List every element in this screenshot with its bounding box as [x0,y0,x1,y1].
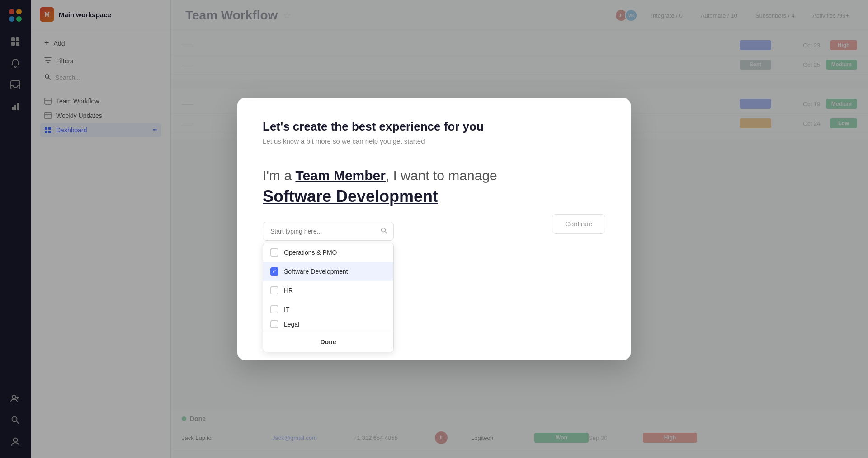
domain-highlight: Software Development [263,186,605,207]
checkbox-legal[interactable] [270,320,278,328]
modal: Let's create the best experience for you… [237,98,631,360]
dropdown-item-it[interactable]: IT [263,300,393,319]
modal-sentence: I'm a Team Member, I want to manage Soft… [263,167,605,207]
svg-point-22 [382,228,386,232]
dropdown-item-legal[interactable]: Legal [263,319,393,332]
modal-title: Let's create the best experience for you [263,120,605,134]
done-button[interactable]: Done [263,332,393,352]
role-highlight: Team Member [295,168,386,183]
dropdown-item-hr[interactable]: HR [263,281,393,300]
dropdown-container: Operations & PMO Software Development HR… [263,222,394,241]
checkbox-operations-pmo[interactable] [270,248,278,257]
dropdown-item-operations-pmo[interactable]: Operations & PMO [263,243,393,262]
continue-button[interactable]: Continue [552,214,605,234]
modal-overlay: Let's create the best experience for you… [0,0,868,458]
search-input[interactable] [263,222,394,241]
checkbox-hr[interactable] [270,286,278,294]
dropdown-list: Operations & PMO Software Development HR… [263,243,394,352]
search-icon-dropdown [380,227,387,236]
dropdown-item-software-development[interactable]: Software Development [263,262,393,281]
checkbox-it[interactable] [270,305,278,313]
modal-subtitle: Let us know a bit more so we can help yo… [263,137,605,145]
checkbox-software-development[interactable] [270,267,278,276]
